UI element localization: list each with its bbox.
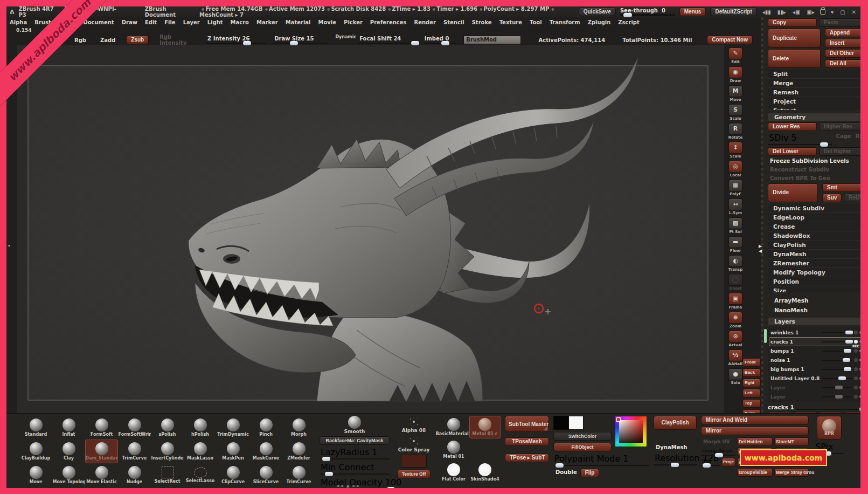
layer-visibility-eye-icon[interactable] <box>859 331 860 334</box>
layer-intensity-track[interactable] <box>822 396 852 397</box>
shelf-tool-icon[interactable]: ⊕ Zoom <box>728 312 742 328</box>
layer-row[interactable]: noise 1 <box>769 355 860 365</box>
freeze-subdivision-button[interactable]: Freeze SubDivision Levels <box>768 157 860 164</box>
rgb-toggle[interactable]: Rgb <box>71 37 89 44</box>
shelf-tool-icon[interactable]: M Move <box>728 85 742 102</box>
duplicate-button[interactable]: Duplicate <box>768 29 821 47</box>
subtool-master-button[interactable]: SubTool Master <box>505 416 549 432</box>
panel-section-item[interactable]: EdgeLoop <box>768 213 860 222</box>
brush-item[interactable]: TrimCurve <box>282 463 315 487</box>
geometry-header[interactable]: Geometry <box>768 113 860 121</box>
view-button[interactable]: Rght <box>742 379 761 387</box>
delete-button[interactable]: Delete <box>768 49 821 68</box>
min-connect-slider[interactable]: Min Connect <box>320 462 390 475</box>
texture-off-button[interactable]: Texture Off <box>397 470 431 478</box>
view-button[interactable]: Top <box>742 399 761 408</box>
panel-section-item[interactable]: Dynamic Subdiv <box>768 204 860 213</box>
layer-record-dot[interactable] <box>854 395 858 399</box>
panel-section-item[interactable]: Modify Topology <box>768 268 860 277</box>
zadd-toggle[interactable]: Zadd <box>97 37 119 44</box>
menu-item[interactable]: Preferences <box>370 19 407 25</box>
lazy-radius-slider[interactable]: LazyRadius 1 <box>320 447 390 460</box>
menu-item[interactable]: Texture <box>499 19 522 25</box>
menu-item[interactable]: Draw <box>122 19 137 25</box>
dynamic-label[interactable]: Dynamic <box>335 35 356 39</box>
z-intensity-slider[interactable]: Z Intensity 26 <box>206 36 266 44</box>
shelf-tool-icon[interactable]: ▬ Floor <box>728 236 742 253</box>
layer-record-dot[interactable] <box>854 376 858 380</box>
layer-row[interactable]: Untitled Layer 0.8 <box>769 374 860 383</box>
alpha-selector[interactable]: Alpha 08 <box>402 416 426 433</box>
layer-intensity-thumb[interactable] <box>844 349 851 353</box>
layer-intensity-track[interactable] <box>822 378 852 379</box>
backface-mask-button[interactable]: BackfaceMa: CavityMask <box>320 436 390 445</box>
brush-item[interactable]: InsertCylinder <box>151 440 184 463</box>
menu-item[interactable]: Layer <box>183 19 200 25</box>
flip-button[interactable]: Flip <box>580 469 600 477</box>
cage-button[interactable]: Cage <box>834 133 851 146</box>
brush-item[interactable]: Morph <box>282 416 315 440</box>
menu-item[interactable]: Stroke <box>472 19 492 25</box>
material-item-selected[interactable]: Metal 01 c <box>469 416 501 438</box>
shelf-tool-icon[interactable]: ▣ Frame <box>728 293 742 310</box>
brush-item[interactable]: Move <box>19 463 52 487</box>
brush-item[interactable]: TrimCurve <box>118 440 151 463</box>
blur-slider[interactable]: Blur <box>701 458 720 466</box>
bpr-button[interactable]: BPR <box>817 416 842 440</box>
close-button[interactable]: ✕ <box>851 9 857 15</box>
horizontal-scrollbar[interactable]: ◄◄ ▲ ►► <box>336 484 360 488</box>
doc-prev-icon[interactable]: ◂▣ <box>791 9 801 15</box>
menu-item[interactable]: Edit <box>145 19 157 25</box>
tpose-subt-button[interactable]: TPose ▸ SubT <box>505 454 549 462</box>
double-toggle[interactable]: Double <box>553 469 577 477</box>
panel-section-item[interactable]: Position <box>768 277 860 286</box>
merge-stray-button[interactable]: Merge Stray Grou <box>774 468 809 477</box>
resolution-slider[interactable]: Resolution 128 <box>654 453 697 466</box>
shelf-tool-icon[interactable]: ✎ Edit <box>728 47 742 64</box>
menu-item[interactable]: Transform <box>550 19 580 25</box>
mirror-button[interactable]: Mirror <box>701 427 809 435</box>
shelf-tool-icon[interactable]: ◐ Transp <box>728 255 742 272</box>
menu-item[interactable]: Marker <box>256 19 278 25</box>
menu-item[interactable]: Tool <box>530 19 542 25</box>
timeline-prev-icon[interactable]: ◂▮▮ <box>761 9 772 15</box>
brush-item[interactable]: MaskCurve <box>249 440 282 463</box>
shelf-tool-icon[interactable]: ● Solo <box>728 368 742 385</box>
panel-section-item[interactable]: Remesh <box>768 88 860 97</box>
layer-intensity-track[interactable] <box>822 351 852 352</box>
panel-section-item[interactable]: DynaMesh <box>768 250 860 259</box>
layer-intensity-thumb[interactable] <box>843 358 850 362</box>
layer-intensity-track[interactable] <box>822 369 852 370</box>
suv-toggle[interactable]: Suv <box>822 194 842 202</box>
menu-item[interactable]: Alpha <box>10 19 27 25</box>
del-other-button[interactable]: Del Other <box>825 49 860 58</box>
panel-section-item[interactable]: ShadowBox <box>768 231 860 241</box>
material-item[interactable]: Flat Color <box>438 461 469 484</box>
sdiv-slider[interactable]: SDiv 5 <box>768 133 832 146</box>
layer-record-dot[interactable] <box>854 331 858 334</box>
default-zscript-button[interactable]: DefaultZScript <box>710 8 756 16</box>
brush-item[interactable]: Dam_Standard <box>85 440 118 463</box>
panel-section-item[interactable]: NanoMesh <box>774 307 860 313</box>
layer-intensity-track[interactable] <box>822 360 852 361</box>
layer-intensity-track[interactable] <box>822 332 852 333</box>
shelf-tool-icon[interactable]: ▦ PolyF <box>728 180 742 196</box>
menus-button[interactable]: Menus <box>679 8 706 16</box>
layer-intensity-thumb[interactable] <box>835 395 843 399</box>
convert-bpr-button[interactable]: Convert BPR To Geo <box>768 175 860 182</box>
menu-item[interactable]: Picker <box>344 19 363 25</box>
minimize-button[interactable]: ▾ <box>830 9 835 15</box>
layer-intensity-thumb[interactable] <box>838 376 846 380</box>
morph-uv-button[interactable]: Morph UV <box>701 438 735 445</box>
panel-section-item[interactable]: Crease <box>768 222 860 231</box>
compact-now-button[interactable]: Compact Now <box>707 36 753 44</box>
brush-item[interactable]: sPolish <box>151 416 184 440</box>
rstr-button[interactable]: Rstr <box>853 133 860 146</box>
color-picker-gradient[interactable] <box>619 420 643 443</box>
layer-intensity-track[interactable] <box>822 387 852 388</box>
brushmod-slider[interactable]: BrushMod <box>463 36 521 44</box>
active-layer-slider[interactable] <box>796 408 860 410</box>
lower-res-button[interactable]: Lower Res <box>768 122 817 131</box>
layer-row[interactable]: Layer <box>769 392 860 401</box>
layer-row[interactable]: big bumps 1 <box>769 365 860 374</box>
